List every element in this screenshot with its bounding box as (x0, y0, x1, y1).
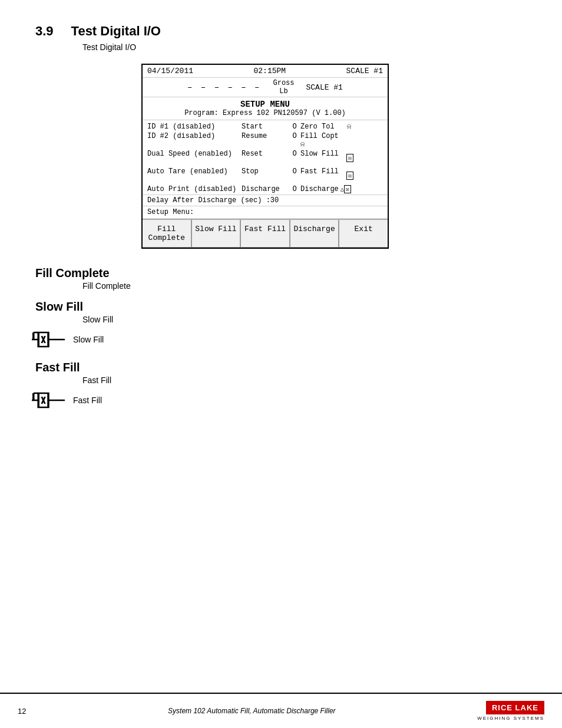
io-left-3: Auto Tare (enabled) (147, 167, 242, 184)
setup-title: SETUP MENU (147, 100, 383, 109)
btn-fast-fill[interactable]: Fast Fill (240, 219, 290, 248)
btn-discharge[interactable]: Discharge (290, 219, 339, 248)
io-dot-0: O (289, 123, 300, 131)
logo-text: RICE LAKE (486, 701, 544, 714)
delay-row: Delay After Discharge (sec) :30 (143, 195, 388, 206)
fast-fill-title: Fast Fill (35, 361, 527, 374)
unit-label: Lb (273, 87, 294, 95)
slow-fill-icon-row: Slow Fill (35, 328, 527, 351)
display-gross-row: – – – – – – Gross Lb SCALE #1 (143, 78, 388, 97)
fill-complete-section: Fill Complete Fill Complete (35, 266, 527, 291)
section-number: 3.9 (35, 24, 54, 39)
btn-exit[interactable]: Exit (339, 219, 388, 248)
footer-logo: RICE LAKE WEIGHING SYSTEMS (477, 701, 544, 721)
io-right-3: Fast Fill ☒ (300, 167, 353, 184)
io-right-4: Discharge △☒ (300, 185, 353, 193)
slow-fill-icon (30, 328, 67, 351)
io-dot-3: O (289, 167, 300, 184)
io-cmd-4: Discharge (242, 185, 289, 193)
io-left-4: Auto Print (disabled) (147, 185, 242, 193)
section-title: Test Digital I/O (71, 24, 161, 39)
io-dot-4: O (289, 185, 300, 193)
io-left-1: ID #2 (disabled) (147, 132, 242, 149)
fast-fill-section: Fast Fill Fast Fill Fast Fill (35, 361, 527, 412)
slow-fill-desc: Slow Fill (82, 315, 527, 324)
footer-document-title: System 102 Automatic Fill, Automatic Dis… (26, 707, 477, 715)
fill-complete-title: Fill Complete (35, 266, 527, 280)
display-date: 04/15/2011 (147, 67, 193, 75)
io-cmd-3: Stop (242, 167, 289, 184)
fill-complete-desc: Fill Complete (82, 281, 527, 291)
slow-fill-title: Slow Fill (35, 300, 527, 314)
display-scale-id: SCALE #1 (346, 67, 383, 75)
display-dashes: – – – – – – (187, 83, 261, 92)
btn-fill-complete[interactable]: FillComplete (143, 219, 191, 248)
section-subtitle: Test Digital I/O (82, 42, 527, 52)
io-left-2: Dual Speed (enabled) (147, 150, 242, 166)
fast-fill-icon-row: Fast Fill (35, 388, 527, 412)
footer-page-number: 12 (18, 707, 26, 716)
setup-menu-row: Setup Menu: (143, 206, 388, 219)
page-footer: 12 System 102 Automatic Fill, Automatic … (0, 693, 562, 728)
fast-fill-icon (30, 388, 67, 412)
setup-program: Program: Express 102 PN120597 (V 1.00) (147, 109, 383, 117)
slow-fill-section: Slow Fill Slow Fill Slow Fill (35, 300, 527, 351)
io-dot-1: O (289, 132, 300, 149)
display-panel: 04/15/2011 02:15PM SCALE #1 – – – – – – … (141, 64, 389, 249)
io-grid: ID #1 (disabled) Start O Zero Tol ⍾ ID #… (143, 120, 388, 195)
button-bar: FillComplete Slow Fill Fast Fill Dischar… (143, 219, 388, 248)
io-cmd-1: Resume (242, 132, 289, 149)
fast-fill-icon-label: Fast Fill (73, 396, 102, 405)
io-right-2: Slow Fill ☒ (300, 150, 353, 166)
gross-label: Gross (273, 79, 294, 87)
fast-fill-desc: Fast Fill (82, 375, 527, 385)
btn-slow-fill[interactable]: Slow Fill (191, 219, 241, 248)
display-header-row: 04/15/2011 02:15PM SCALE #1 (143, 65, 388, 78)
io-right-0: Zero Tol ⍾ (300, 123, 353, 131)
slow-fill-icon-label: Slow Fill (73, 335, 104, 344)
io-cmd-2: Reset (242, 150, 289, 166)
io-cmd-0: Start (242, 123, 289, 131)
logo-sub: WEIGHING SYSTEMS (477, 716, 544, 721)
display-time: 02:15PM (253, 67, 286, 75)
io-dot-2: O (289, 150, 300, 166)
display-scale-label2: SCALE #1 (306, 83, 343, 92)
setup-block: SETUP MENU Program: Express 102 PN120597… (143, 97, 388, 120)
io-left-0: ID #1 (disabled) (147, 123, 242, 131)
io-right-1: Fill Copt ⍾ (300, 132, 353, 149)
